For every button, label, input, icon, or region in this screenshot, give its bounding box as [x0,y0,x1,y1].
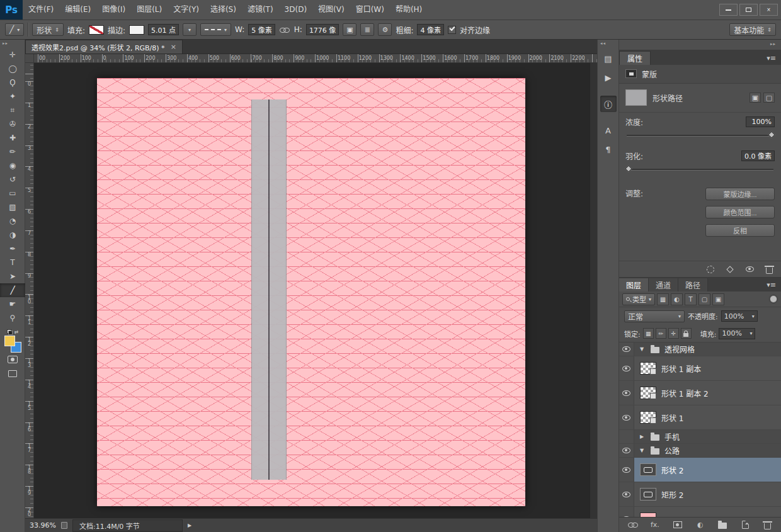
filter-type-select[interactable]: 类型 ▾ [622,293,655,305]
lasso-tool[interactable]: Ϙ [0,76,25,89]
menu-item[interactable]: 文字(Y) [168,0,205,20]
character-panel-icon[interactable]: A [600,122,617,139]
default-colors-icon[interactable] [7,329,13,335]
load-selection-from-mask-icon[interactable] [705,264,716,275]
menu-item[interactable]: 滤镜(T) [242,0,279,20]
crop-tool[interactable]: ⌗ [0,103,25,117]
properties-button[interactable]: 颜色范围... [705,206,775,218]
tab-channels[interactable]: 通道 [649,278,678,291]
filter-shape-layers-icon[interactable]: ▢ [698,293,710,305]
panel-menu-icon[interactable]: ▾≡ [767,54,781,65]
collapse-tools-icon[interactable]: ▸▸ [0,40,25,48]
move-tool[interactable]: ✛ [0,48,25,62]
align-edges-checkbox[interactable] [448,26,456,34]
minimize-button[interactable] [719,4,738,16]
opacity-input[interactable]: 100% ▾ [721,310,758,322]
blur-tool[interactable]: ◔ [0,214,25,228]
lock-image-icon[interactable]: ✏ [656,328,666,339]
road-center-line[interactable] [268,99,270,480]
layer-row[interactable]: 形状 1 [619,405,781,430]
menu-item[interactable]: 视图(V) [312,0,350,20]
menu-item[interactable]: 选择(S) [205,0,242,20]
tab-paths[interactable]: 路径 [678,278,708,291]
stroke-type-select[interactable]: ▾ [200,23,231,36]
density-slider-knob[interactable] [768,131,775,138]
visibility-toggle[interactable] [619,482,634,506]
visibility-toggle[interactable] [619,507,634,517]
feather-slider[interactable] [627,169,773,171]
path-alignment-icon[interactable]: ≣ [360,23,374,36]
eraser-tool[interactable]: ▭ [0,186,25,200]
layer-group-row[interactable]: ▼公路 [619,444,781,458]
layer-thumbnail[interactable] [640,411,656,424]
quick-mask-button[interactable] [0,353,25,366]
layer-row[interactable]: 矩形 2 [619,482,781,507]
collapse-group-icon[interactable]: ▼ [640,448,646,453]
add-layer-mask-icon[interactable] [672,519,683,531]
stroke-width-input[interactable]: 5.01 点 [148,24,179,35]
visibility-toggle[interactable] [619,458,634,482]
path-selection-tool[interactable]: ➤ [0,269,25,283]
properties-button[interactable]: 反相 [705,224,775,237]
road-shape[interactable] [251,99,287,480]
fill-input[interactable]: 100% ▾ [719,328,755,339]
menu-item[interactable]: 3D(D) [279,0,312,20]
eyedropper-tool[interactable]: ✇ [0,117,25,131]
dodge-tool[interactable]: ◑ [0,228,25,242]
history-brush-tool[interactable]: ↺ [0,173,25,186]
visibility-toggle[interactable] [619,405,634,429]
layer-thumbnail[interactable] [640,463,656,476]
current-tool-icon[interactable]: ╱▾ [5,23,24,36]
horizontal-ruler[interactable]: 0020010001002003004005006007008009001000… [34,54,597,63]
visibility-toggle[interactable] [619,381,634,405]
new-layer-icon[interactable] [739,519,751,531]
apply-mask-icon[interactable] [724,264,736,275]
expand-group-icon[interactable]: ▶ [640,434,646,439]
visibility-toggle[interactable] [619,356,634,380]
filter-type-layers-icon[interactable]: T [685,293,697,305]
shape-path-thumbnail[interactable] [625,89,647,106]
gradient-tool[interactable]: ▧ [0,200,25,214]
zoom-tool[interactable]: ⚲ [0,311,25,325]
menu-item[interactable]: 图层(L) [131,0,168,20]
filter-smart-objects-icon[interactable]: ▣ [712,293,724,305]
visibility-toggle[interactable] [619,342,634,356]
fill-color-swatch[interactable] [89,25,104,35]
lock-position-icon[interactable]: ✛ [668,328,679,339]
hand-tool[interactable]: ☛ [0,297,25,311]
vertical-ruler[interactable]: 01234567891011121314151617181920 [25,63,34,518]
weight-input[interactable]: 4 像素 [417,24,444,35]
swap-colors-icon[interactable]: ⇄ [14,329,19,335]
delete-mask-icon[interactable] [763,264,775,275]
add-pixel-mask-icon[interactable]: ▣ [750,93,761,103]
actions-panel-icon[interactable]: ▶ [600,69,617,86]
ruler-corner[interactable] [25,54,34,63]
feather-value[interactable]: 0.0 像素 [741,150,775,161]
visibility-toggle[interactable] [619,430,634,443]
layer-thumbnail[interactable] [640,488,656,501]
filter-adjustment-layers-icon[interactable]: ◐ [671,293,683,305]
mask-visibility-eye-icon[interactable] [744,264,755,275]
density-value[interactable]: 100% [746,116,775,127]
properties-button[interactable]: 蒙版边缘... [705,188,775,200]
expand-panels-icon[interactable]: ◂◂ [598,40,619,48]
vertical-scrollbar[interactable] [590,63,597,518]
info-panel-icon[interactable]: ⓘ [600,96,617,112]
lock-transparency-icon[interactable]: ▦ [643,328,654,339]
zoom-level-field[interactable]: 33.96% [30,521,56,529]
layer-row[interactable]: 形状 2 [619,458,781,482]
new-group-icon[interactable] [717,519,728,531]
tool-mode-select[interactable]: 形状⇕ [32,23,64,36]
close-button[interactable]: × [760,4,778,16]
tab-properties[interactable]: 属性 [619,51,651,65]
menu-item[interactable]: 编辑(E) [59,0,96,20]
density-slider[interactable] [627,135,773,137]
menu-item[interactable]: 图像(I) [96,0,131,20]
clone-stamp-tool[interactable]: ◉ [0,159,25,173]
feather-slider-knob[interactable] [625,165,632,172]
canvas-viewport[interactable] [34,63,597,518]
menu-item[interactable]: 帮助(H) [390,0,428,20]
workspace-switcher[interactable]: 基本功能⇕ [729,23,776,36]
panel-menu-icon[interactable]: ▾≡ [767,281,781,291]
stroke-color-swatch[interactable] [129,25,144,35]
